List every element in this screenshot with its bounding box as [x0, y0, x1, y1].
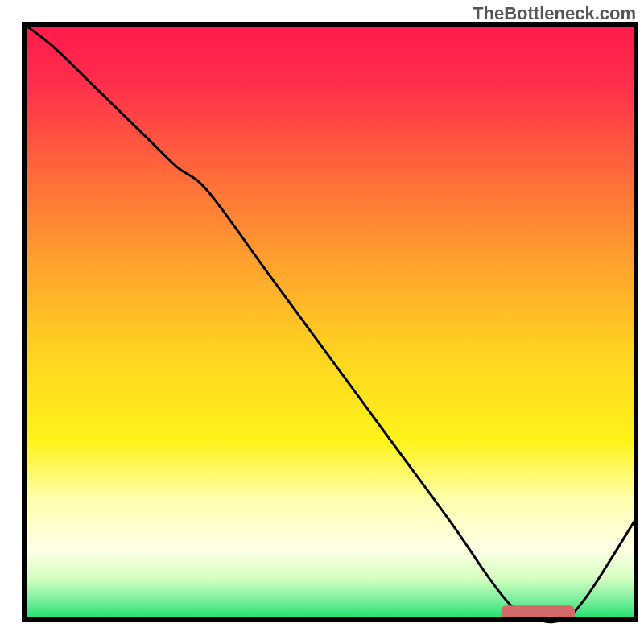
watermark-text: TheBottleneck.com	[473, 3, 636, 24]
plot-background	[24, 24, 636, 620]
chart-container: TheBottleneck.com	[0, 0, 644, 644]
bottleneck-chart	[0, 0, 644, 644]
